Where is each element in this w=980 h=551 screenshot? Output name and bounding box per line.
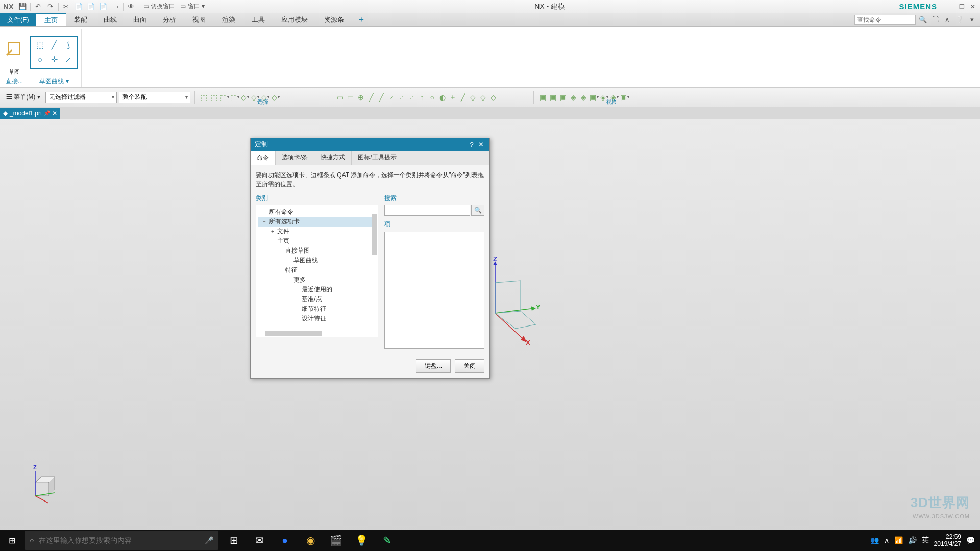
taskbar-app-movies[interactable]: 🎬 <box>324 530 348 551</box>
taskbar-app-mail[interactable]: ✉ <box>247 530 272 551</box>
line-icon[interactable]: ╱ <box>47 39 61 52</box>
tray-overflow-icon[interactable]: ∧ <box>884 536 889 544</box>
dialog-tab-commands[interactable]: 命令 <box>251 151 276 165</box>
tree-item[interactable]: 细节特征 <box>258 304 376 314</box>
tree-toggle-icon[interactable]: − <box>286 277 292 283</box>
search-icon[interactable]: 🔍 <box>918 15 928 25</box>
sel-icon-1[interactable]: ⬚ <box>199 92 209 103</box>
clock[interactable]: 22:59 2019/4/27 <box>934 533 961 548</box>
snap-icon-8[interactable]: ⟋ <box>407 92 417 103</box>
snap-icon-7[interactable]: ⟋ <box>397 92 407 103</box>
sketch-curves-gallery[interactable]: ⬚ ╱ ⟆ ○ ✛ ⟋ <box>30 36 78 69</box>
help-dropdown-icon[interactable]: ▾ <box>967 15 977 25</box>
window-menu-button[interactable]: ▭ 窗口 ▾ <box>178 2 207 11</box>
tree-item[interactable]: − 特征 <box>258 265 376 275</box>
view-icon-3[interactable]: ▣ <box>558 92 569 103</box>
tree-h-scrollbar[interactable] <box>265 331 322 336</box>
keyboard-button[interactable]: 键盘... <box>416 359 451 373</box>
close-tab-icon[interactable]: ✕ <box>52 110 57 117</box>
view-icon-6[interactable]: ▣ <box>589 92 599 103</box>
paste-icon[interactable]: 📄 <box>85 1 96 12</box>
minimize-button[interactable]: — <box>945 2 955 11</box>
snap-icon-16[interactable]: ◇ <box>488 92 499 103</box>
snap-icon-3[interactable]: ⊕ <box>356 92 366 103</box>
tab-application[interactable]: 应用模块 <box>273 13 316 26</box>
dialog-tab-shortcuts[interactable]: 快捷方式 <box>314 151 352 165</box>
view-icon-5[interactable]: ◈ <box>579 92 589 103</box>
tree-item[interactable]: − 更多 <box>258 275 376 285</box>
snap-icon-5[interactable]: ╱ <box>376 92 386 103</box>
snap-icon-4[interactable]: ╱ <box>366 92 376 103</box>
close-button[interactable]: ✕ <box>968 2 978 11</box>
ribbon-group-label-direct[interactable]: 直接... <box>6 76 23 87</box>
sel-icon-2[interactable]: ⬚ <box>209 92 219 103</box>
snap-icon-2[interactable]: ▭ <box>346 92 356 103</box>
copy-icon[interactable]: 📄 <box>73 1 84 12</box>
dialog-search-input[interactable] <box>384 205 470 216</box>
document-tab[interactable]: ◆ _model1.prt 📌 ✕ <box>0 108 60 119</box>
snap-icon-11[interactable]: ◐ <box>437 92 448 103</box>
add-tab-button[interactable]: ＋ <box>352 13 371 26</box>
ime-icon[interactable]: 英 <box>922 536 929 545</box>
sel-icon-5[interactable]: ◇ <box>240 92 250 103</box>
sketch-button[interactable] <box>5 39 23 58</box>
dialog-tab-icons[interactable]: 图标/工具提示 <box>352 151 403 165</box>
pin-icon[interactable]: 📌 <box>44 110 50 116</box>
profile-icon[interactable]: ⬚ <box>33 39 46 52</box>
tree-item[interactable]: 最近使用的 <box>258 285 376 294</box>
dialog-titlebar[interactable]: 定制 ? ✕ <box>251 138 489 151</box>
volume-icon[interactable]: 🔊 <box>908 536 917 544</box>
sel-icon-4[interactable]: ⬚ <box>230 92 240 103</box>
command-search-input[interactable] <box>854 15 916 25</box>
people-icon[interactable]: 👥 <box>870 536 879 544</box>
switch-window-button[interactable]: ▭ 切换窗口 <box>141 2 177 11</box>
assembly-scope-combo[interactable]: 整个装配 <box>119 92 190 103</box>
view-icon-9[interactable]: ▣ <box>620 92 630 103</box>
snap-icon-10[interactable]: ○ <box>427 92 437 103</box>
tree-toggle-icon[interactable]: + <box>270 229 276 234</box>
tab-surface[interactable]: 曲面 <box>125 13 155 26</box>
tree-item[interactable]: 基准/点 <box>258 294 376 304</box>
network-icon[interactable]: 📶 <box>894 536 903 544</box>
restore-button[interactable]: ❐ <box>957 2 967 11</box>
collapse-ribbon-icon[interactable]: ∧ <box>942 15 952 25</box>
taskbar-app-youdao[interactable]: ✎ <box>375 530 399 551</box>
point-icon[interactable]: ✛ <box>47 53 61 66</box>
qat-dropdown-icon[interactable]: ▭ <box>110 1 121 12</box>
fullscreen-icon[interactable]: ⛶ <box>930 15 940 25</box>
view-icon-1[interactable]: ▣ <box>538 92 548 103</box>
snap-icon-6[interactable]: ⟋ <box>386 92 397 103</box>
circle-icon[interactable]: ○ <box>33 53 46 66</box>
dialog-help-icon[interactable]: ? <box>467 141 476 148</box>
tab-assembly[interactable]: 装配 <box>66 13 95 26</box>
help-icon[interactable]: ❔ <box>954 15 965 25</box>
graphics-viewport[interactable]: Z Y X Z 3D世界网 WWW.3DSJW.COM <box>0 119 980 535</box>
file-menu[interactable]: 文件(F) <box>0 13 36 26</box>
category-tree[interactable]: 所有命令− 所有选项卡+ 文件− 主页− 直接草图 草图曲线− 特征− 更多 最… <box>256 205 378 337</box>
taskbar-app-paint3d[interactable]: 💡 <box>349 530 374 551</box>
tab-view[interactable]: 视图 <box>184 13 214 26</box>
snap-icon-1[interactable]: ▭ <box>335 92 346 103</box>
spline-icon[interactable]: ⟋ <box>62 53 75 66</box>
tree-item[interactable]: 草图曲线 <box>258 256 376 265</box>
snap-icon-13[interactable]: ╱ <box>458 92 468 103</box>
notifications-icon[interactable]: 💬 <box>966 536 975 544</box>
tree-item[interactable]: − 所有选项卡 <box>258 217 376 227</box>
start-button[interactable]: ⊞ <box>0 530 23 551</box>
tree-item[interactable]: + 文件 <box>258 227 376 236</box>
arc-icon[interactable]: ⟆ <box>62 39 75 52</box>
sel-icon-3[interactable]: ⬚ <box>219 92 230 103</box>
dialog-tab-tabsbars[interactable]: 选项卡/条 <box>276 151 314 165</box>
tree-toggle-icon[interactable]: − <box>278 267 284 273</box>
snap-icon-14[interactable]: ◇ <box>468 92 478 103</box>
save-icon[interactable]: 💾 <box>17 1 28 12</box>
windows-search-input[interactable] <box>39 536 200 544</box>
menu-button[interactable]: ☰ 菜单(M) ▾ <box>3 92 43 103</box>
tab-home[interactable]: 主页 <box>36 13 66 26</box>
snap-icon-15[interactable]: ◇ <box>478 92 488 103</box>
items-list[interactable] <box>384 232 484 349</box>
undo-icon[interactable]: ↶ <box>33 1 44 12</box>
snap-icon-12[interactable]: ＋ <box>448 92 458 103</box>
tree-item[interactable]: 所有命令 <box>258 207 376 217</box>
taskbar-app-chrome[interactable]: ◉ <box>298 530 323 551</box>
